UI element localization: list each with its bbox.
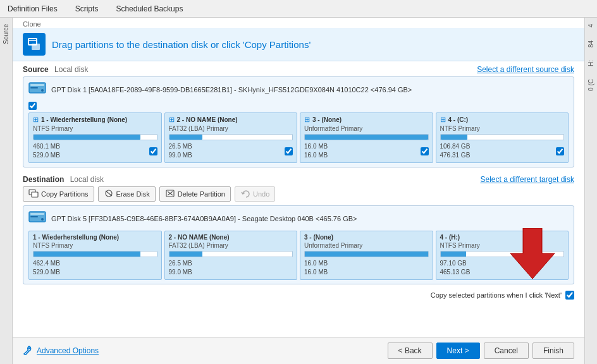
delete-partition-button[interactable]: Delete Partition — [159, 186, 231, 202]
select-target-link[interactable]: Select a different target disk — [480, 175, 574, 184]
erase-icon — [104, 189, 114, 199]
clone-title: Drag partitions to the destination disk … — [52, 39, 311, 50]
left-sidebar: Source — [0, 18, 13, 364]
source-disk-icon — [28, 81, 46, 98]
topbar-item-scripts[interactable]: Scripts — [73, 4, 101, 13]
dest-disk-icon — [28, 210, 46, 227]
win-icon-2: ⊞ — [169, 116, 175, 124]
undo-icon — [240, 189, 250, 199]
source-partition-4-check[interactable] — [556, 147, 564, 155]
win-icon-1: ⊞ — [33, 116, 39, 124]
source-partition-2-type: FAT32 (LBA) Primary — [169, 125, 293, 132]
copy-icon — [28, 189, 39, 199]
destination-sub-label: Local disk — [70, 175, 104, 184]
copy-partitions-button[interactable]: Copy Partitions — [23, 186, 94, 202]
svg-point-16 — [41, 218, 44, 221]
dest-partitions-row: 1 - Wiederherstellung (None) NTFS Primar… — [28, 231, 569, 280]
svg-rect-15 — [30, 213, 44, 215]
source-partition-1-type: NTFS Primary — [33, 125, 157, 132]
source-partition-1-name: 1 - Wiederherstellung (None) — [41, 116, 127, 123]
source-partition-2: ⊞ 2 - NO NAME (None) FAT32 (LBA) Primary… — [164, 112, 298, 163]
content-area: Clone Drag partitions to the destination… — [13, 18, 584, 364]
source-partition-3: ⊞ 3 - (None) Unformatted Primary 16.0 MB… — [300, 112, 433, 163]
destination-section: Destination Local disk Select a differen… — [13, 171, 584, 288]
dest-partition-3-sizes: 16.0 MB 16.0 MB — [304, 259, 429, 277]
source-label: Source — [23, 65, 49, 74]
source-partition-4-sizes: 106.84 GB 476.31 GB — [440, 142, 471, 160]
select-source-link[interactable]: Select a different source disk — [477, 65, 574, 74]
source-partition-2-name: 2 - NO NAME (None) — [177, 116, 238, 123]
erase-disk-button[interactable]: Erase Disk — [98, 186, 156, 202]
source-partition-1-sizes: 460.1 MB 529.0 MB — [33, 142, 60, 160]
svg-rect-8 — [32, 192, 38, 197]
bottom-bar: Advanced Options < Back Next > Cancel Fi… — [13, 337, 584, 364]
source-partition-3-check[interactable] — [421, 147, 429, 155]
dest-partition-2: 2 - NO NAME (None) FAT32 (LBA) Primary 2… — [164, 231, 298, 280]
arrow-indicator — [510, 228, 555, 281]
source-section: Source Local disk Select a different sou… — [13, 61, 584, 171]
source-partition-4: ⊞ 4 - (C:) NTFS Primary 106.84 GB 476.31… — [436, 112, 569, 163]
cancel-button[interactable]: Cancel — [484, 343, 529, 359]
source-partition-3-type: Unformatted Primary — [304, 125, 429, 132]
copy-checkbox-row: Copy selected partitions when I click 'N… — [13, 288, 584, 302]
advanced-options-link[interactable]: Advanced Options — [23, 345, 99, 357]
destination-label: Destination — [23, 175, 64, 184]
source-partition-1-check[interactable] — [149, 147, 157, 155]
delete-icon — [165, 189, 175, 199]
action-buttons: Copy Partitions Erase Disk — [23, 186, 574, 202]
dest-partition-1: 1 - Wiederherstellung (None) NTFS Primar… — [28, 231, 162, 280]
source-partition-4-name: 4 - (C:) — [448, 116, 469, 123]
dest-partition-2-name: 2 - NO NAME (None) — [169, 234, 293, 241]
svg-point-5 — [41, 89, 44, 92]
clone-header: Drag partitions to the destination disk … — [13, 28, 584, 61]
win-icon-3: ⊞ — [304, 116, 310, 124]
dest-partition-2-type: FAT32 (LBA) Primary — [169, 242, 293, 249]
destination-disk-box: GPT Disk 5 [FF3D1A85-C9E8-46E6-8BF3-674A… — [23, 205, 574, 284]
right-sidebar-text-4: 4 — [588, 24, 594, 28]
undo-button[interactable]: Undo — [235, 186, 275, 202]
clone-label: Clone — [13, 18, 584, 28]
source-partitions-row: ⊞ 1 - Wiederherstellung (None) NTFS Prim… — [28, 112, 569, 163]
topbar-item-scheduled[interactable]: Scheduled Backups — [113, 4, 185, 13]
svg-marker-18 — [510, 228, 555, 279]
dest-partition-3: 3 - (None) Unformatted Primary 16.0 MB 1… — [300, 231, 433, 280]
finish-button[interactable]: Finish — [532, 343, 574, 359]
source-sidebar-label: Source — [3, 24, 9, 44]
right-sidebar-text-c: 0 (C — [588, 79, 594, 91]
main-container: Source Clone Drag partitions to the dest… — [0, 18, 597, 364]
dest-partition-2-sizes: 26.5 MB 99.0 MB — [169, 259, 293, 277]
back-button[interactable]: < Back — [388, 343, 433, 359]
dest-disk-info: GPT Disk 5 [FF3D1A85-C9E8-46E6-8BF3-674A… — [51, 215, 357, 222]
source-partition-3-name: 3 - (None) — [312, 116, 342, 123]
source-partition-1: ⊞ 1 - Wiederherstellung (None) NTFS Prim… — [28, 112, 162, 163]
next-button[interactable]: Next > — [436, 343, 480, 359]
topbar-item-definition[interactable]: Definition Files — [5, 4, 60, 13]
dest-partition-1-name: 1 - Wiederherstellung (None) — [33, 234, 157, 241]
source-partition-4-type: NTFS Primary — [440, 125, 565, 132]
source-disk-box: GPT Disk 1 [5A0A18FE-2089-49F8-9599-DB16… — [23, 76, 574, 167]
copy-checkbox-label: Copy selected partitions when I click 'N… — [431, 291, 562, 299]
source-partition-2-check[interactable] — [285, 147, 293, 155]
source-sub-label: Local disk — [54, 65, 88, 74]
clone-icon — [23, 33, 46, 56]
svg-point-19 — [28, 347, 30, 349]
right-sidebar-text-84: 84 — [588, 40, 594, 47]
source-partition-2-sizes: 26.5 MB 99.0 MB — [169, 142, 192, 160]
dest-partition-3-type: Unformatted Primary — [304, 242, 429, 249]
svg-rect-1 — [32, 44, 40, 50]
copy-checkbox[interactable] — [565, 291, 574, 300]
source-partition-3-sizes: 16.0 MB 16.0 MB — [304, 142, 328, 160]
svg-rect-17 — [30, 216, 38, 217]
win-icon-4: ⊞ — [440, 116, 446, 124]
source-disk-info: GPT Disk 1 [5A0A18FE-2089-49F8-9599-DB16… — [51, 86, 412, 94]
wrench-icon — [23, 345, 33, 357]
nav-buttons: < Back Next > Cancel Finish — [388, 343, 574, 359]
svg-rect-4 — [30, 84, 44, 86]
dest-partition-1-type: NTFS Primary — [33, 242, 157, 249]
source-disk-checkbox[interactable] — [28, 102, 37, 110]
svg-rect-6 — [30, 87, 38, 88]
right-sidebar: 4 84 H: 0 (C — [584, 18, 597, 364]
dest-partition-1-sizes: 462.4 MB 529.0 MB — [33, 259, 157, 277]
top-bar: Definition Files Scripts Scheduled Backu… — [0, 0, 597, 18]
dest-partition-3-name: 3 - (None) — [304, 234, 429, 241]
